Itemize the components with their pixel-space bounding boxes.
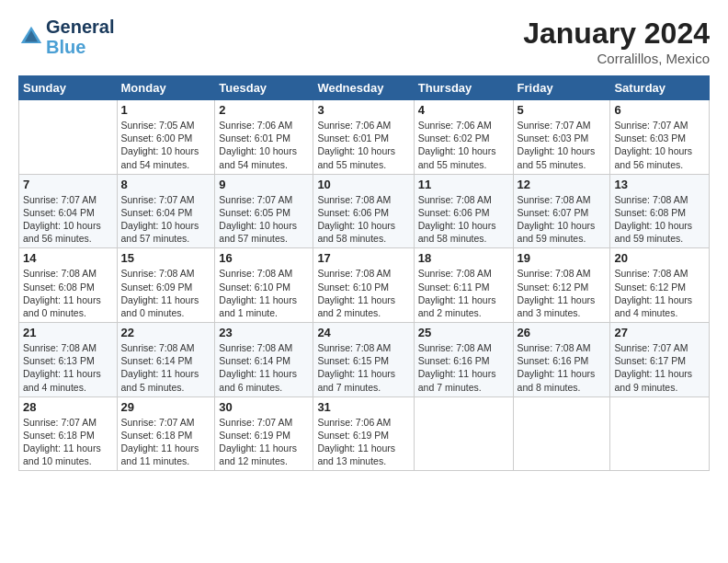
calendar-cell: 10Sunrise: 7:08 AM Sunset: 6:06 PM Dayli…	[313, 174, 414, 248]
day-info: Sunrise: 7:07 AM Sunset: 6:18 PM Dayligh…	[121, 416, 211, 468]
day-info: Sunrise: 7:06 AM Sunset: 6:19 PM Dayligh…	[317, 416, 409, 468]
calendar-cell: 6Sunrise: 7:07 AM Sunset: 6:03 PM Daylig…	[610, 100, 710, 175]
day-info: Sunrise: 7:07 AM Sunset: 6:17 PM Dayligh…	[614, 341, 705, 394]
col-thursday: Thursday	[414, 76, 513, 100]
day-info: Sunrise: 7:08 AM Sunset: 6:10 PM Dayligh…	[219, 267, 309, 319]
calendar-cell: 12Sunrise: 7:08 AM Sunset: 6:07 PM Dayli…	[513, 174, 610, 248]
day-number: 15	[121, 251, 211, 265]
calendar-cell: 19Sunrise: 7:08 AM Sunset: 6:12 PM Dayli…	[513, 248, 610, 323]
calendar-cell: 9Sunrise: 7:07 AM Sunset: 6:05 PM Daylig…	[215, 174, 313, 248]
day-info: Sunrise: 7:07 AM Sunset: 6:04 PM Dayligh…	[121, 193, 211, 246]
calendar-cell: 2Sunrise: 7:06 AM Sunset: 6:01 PM Daylig…	[215, 100, 313, 175]
logo-text: GeneralBlue	[46, 17, 114, 57]
calendar-header-row: Sunday Monday Tuesday Wednesday Thursday…	[19, 76, 710, 100]
day-number: 26	[518, 326, 607, 339]
calendar-cell: 1Sunrise: 7:05 AM Sunset: 6:00 PM Daylig…	[117, 100, 215, 175]
day-info: Sunrise: 7:07 AM Sunset: 6:04 PM Dayligh…	[23, 193, 113, 246]
calendar-cell: 31Sunrise: 7:06 AM Sunset: 6:19 PM Dayli…	[313, 396, 414, 471]
calendar-cell: 8Sunrise: 7:07 AM Sunset: 6:04 PM Daylig…	[117, 174, 215, 248]
day-info: Sunrise: 7:05 AM Sunset: 6:00 PM Dayligh…	[121, 119, 211, 171]
calendar-table: Sunday Monday Tuesday Wednesday Thursday…	[18, 75, 710, 471]
calendar-cell	[513, 396, 610, 471]
day-info: Sunrise: 7:07 AM Sunset: 6:19 PM Dayligh…	[219, 416, 309, 468]
calendar-cell: 25Sunrise: 7:08 AM Sunset: 6:16 PM Dayli…	[414, 323, 513, 397]
day-number: 24	[317, 326, 409, 339]
day-number: 3	[317, 103, 409, 117]
day-info: Sunrise: 7:08 AM Sunset: 6:12 PM Dayligh…	[518, 267, 607, 319]
day-number: 6	[614, 103, 705, 117]
calendar-cell: 24Sunrise: 7:08 AM Sunset: 6:15 PM Dayli…	[313, 323, 414, 397]
main-title: January 2024	[523, 17, 710, 51]
day-number: 19	[518, 251, 607, 265]
col-friday: Friday	[513, 76, 610, 100]
day-info: Sunrise: 7:08 AM Sunset: 6:08 PM Dayligh…	[23, 267, 113, 319]
calendar-cell: 22Sunrise: 7:08 AM Sunset: 6:14 PM Dayli…	[117, 323, 215, 397]
day-info: Sunrise: 7:08 AM Sunset: 6:14 PM Dayligh…	[219, 341, 309, 394]
day-number: 17	[317, 251, 409, 265]
calendar-cell: 18Sunrise: 7:08 AM Sunset: 6:11 PM Dayli…	[414, 248, 513, 323]
calendar-cell: 26Sunrise: 7:08 AM Sunset: 6:16 PM Dayli…	[513, 323, 610, 397]
week-row-2: 14Sunrise: 7:08 AM Sunset: 6:08 PM Dayli…	[19, 248, 710, 323]
calendar-cell	[19, 100, 118, 175]
day-info: Sunrise: 7:07 AM Sunset: 6:18 PM Dayligh…	[23, 416, 113, 468]
day-number: 18	[418, 251, 509, 265]
day-info: Sunrise: 7:07 AM Sunset: 6:03 PM Dayligh…	[614, 119, 705, 171]
day-info: Sunrise: 7:08 AM Sunset: 6:08 PM Dayligh…	[614, 193, 705, 246]
col-wednesday: Wednesday	[313, 76, 414, 100]
calendar-cell: 15Sunrise: 7:08 AM Sunset: 6:09 PM Dayli…	[117, 248, 215, 323]
day-number: 4	[418, 103, 509, 117]
day-info: Sunrise: 7:07 AM Sunset: 6:05 PM Dayligh…	[219, 193, 309, 246]
calendar-cell: 28Sunrise: 7:07 AM Sunset: 6:18 PM Dayli…	[19, 396, 118, 471]
day-number: 22	[121, 326, 211, 339]
header: GeneralBlue January 2024 Corralillos, Me…	[18, 17, 710, 66]
day-info: Sunrise: 7:08 AM Sunset: 6:06 PM Dayligh…	[418, 193, 509, 246]
day-number: 16	[219, 251, 309, 265]
day-number: 27	[614, 326, 705, 339]
calendar-cell: 27Sunrise: 7:07 AM Sunset: 6:17 PM Dayli…	[610, 323, 710, 397]
day-info: Sunrise: 7:08 AM Sunset: 6:09 PM Dayligh…	[121, 267, 211, 319]
week-row-3: 21Sunrise: 7:08 AM Sunset: 6:13 PM Dayli…	[19, 323, 710, 397]
day-number: 1	[121, 103, 211, 117]
day-number: 14	[23, 251, 113, 265]
week-row-0: 1Sunrise: 7:05 AM Sunset: 6:00 PM Daylig…	[19, 100, 710, 175]
day-number: 29	[121, 400, 211, 414]
subtitle: Corralillos, Mexico	[523, 51, 710, 66]
day-number: 23	[219, 326, 309, 339]
calendar-cell: 14Sunrise: 7:08 AM Sunset: 6:08 PM Dayli…	[19, 248, 118, 323]
calendar-cell: 3Sunrise: 7:06 AM Sunset: 6:01 PM Daylig…	[313, 100, 414, 175]
logo: GeneralBlue	[18, 17, 114, 57]
calendar-cell: 29Sunrise: 7:07 AM Sunset: 6:18 PM Dayli…	[117, 396, 215, 471]
calendar-cell: 13Sunrise: 7:08 AM Sunset: 6:08 PM Dayli…	[610, 174, 710, 248]
day-info: Sunrise: 7:08 AM Sunset: 6:06 PM Dayligh…	[317, 193, 409, 246]
day-number: 21	[23, 326, 113, 339]
calendar-cell	[414, 396, 513, 471]
day-number: 31	[317, 400, 409, 414]
day-info: Sunrise: 7:08 AM Sunset: 6:14 PM Dayligh…	[121, 341, 211, 394]
day-info: Sunrise: 7:07 AM Sunset: 6:03 PM Dayligh…	[518, 119, 607, 171]
calendar-cell: 30Sunrise: 7:07 AM Sunset: 6:19 PM Dayli…	[215, 396, 313, 471]
logo-icon	[18, 24, 44, 50]
day-number: 7	[23, 178, 113, 191]
calendar-cell: 17Sunrise: 7:08 AM Sunset: 6:10 PM Dayli…	[313, 248, 414, 323]
day-info: Sunrise: 7:08 AM Sunset: 6:15 PM Dayligh…	[317, 341, 409, 394]
calendar-cell: 11Sunrise: 7:08 AM Sunset: 6:06 PM Dayli…	[414, 174, 513, 248]
day-number: 20	[614, 251, 705, 265]
page: GeneralBlue January 2024 Corralillos, Me…	[0, 0, 728, 480]
calendar-cell: 23Sunrise: 7:08 AM Sunset: 6:14 PM Dayli…	[215, 323, 313, 397]
calendar-cell	[610, 396, 710, 471]
day-number: 12	[518, 178, 607, 191]
calendar-cell: 16Sunrise: 7:08 AM Sunset: 6:10 PM Dayli…	[215, 248, 313, 323]
day-info: Sunrise: 7:08 AM Sunset: 6:10 PM Dayligh…	[317, 267, 409, 319]
day-number: 10	[317, 178, 409, 191]
col-monday: Monday	[117, 76, 215, 100]
day-number: 5	[518, 103, 607, 117]
day-info: Sunrise: 7:08 AM Sunset: 6:11 PM Dayligh…	[418, 267, 509, 319]
col-saturday: Saturday	[610, 76, 710, 100]
calendar-cell: 20Sunrise: 7:08 AM Sunset: 6:12 PM Dayli…	[610, 248, 710, 323]
col-tuesday: Tuesday	[215, 76, 313, 100]
col-sunday: Sunday	[19, 76, 118, 100]
day-info: Sunrise: 7:06 AM Sunset: 6:01 PM Dayligh…	[317, 119, 409, 171]
day-info: Sunrise: 7:08 AM Sunset: 6:16 PM Dayligh…	[418, 341, 509, 394]
day-number: 25	[418, 326, 509, 339]
day-number: 13	[614, 178, 705, 191]
